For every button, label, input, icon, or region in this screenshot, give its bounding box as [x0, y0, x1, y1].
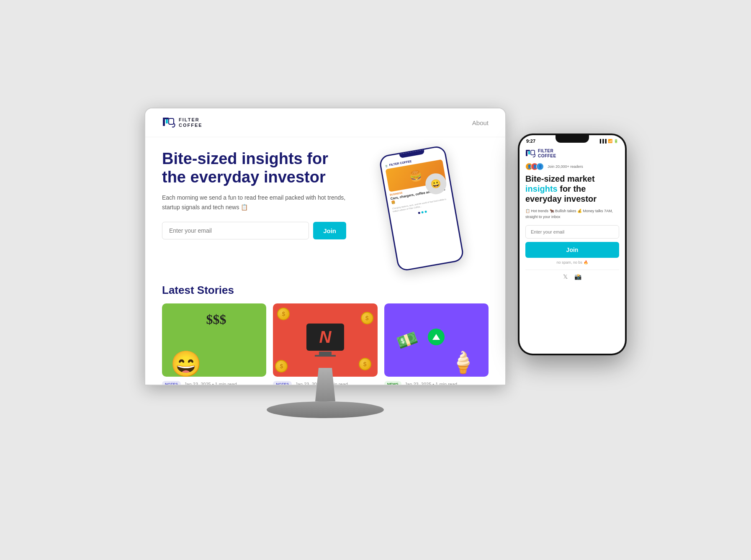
mobile-features: 📋 Hot trends 🐂 Bullish takes 💰 Money tal… — [525, 208, 619, 220]
status-icons: ▐▐▐ 📶 🔋 — [599, 139, 618, 143]
svg-rect-6 — [528, 151, 530, 154]
mobile-content: Filter Coffee 👤 👤 👤 Join 20,000+ readers — [520, 145, 625, 283]
nav-about-link[interactable]: About — [472, 119, 489, 126]
story-tag-2: NOTES — [273, 381, 292, 385]
hero-subtitle: Each morning we send a fun to read free … — [162, 193, 346, 212]
battery-icon: 🔋 — [614, 139, 618, 143]
mobile-join-button[interactable]: Join — [525, 242, 619, 258]
logo-line2: Coffee — [179, 123, 203, 128]
logo-text: Filter Coffee — [179, 117, 203, 128]
story-image-3: 💵 🍦 — [384, 303, 489, 377]
join-button[interactable]: Join — [313, 222, 346, 239]
hero-title: Bite-sized insights for the everyday inv… — [162, 150, 346, 186]
face-1: 😄 — [170, 339, 212, 377]
mobile-logo-line2: Coffee — [538, 154, 556, 159]
mobile-phone-inner: 9:27 ▐▐▐ 📶 🔋 — [520, 135, 625, 354]
story-meta-3: NEWS Jan 23, 2025 • 1 min read — [384, 381, 489, 385]
face-emoji-1: 😄 — [170, 352, 202, 377]
svg-rect-1 — [163, 118, 169, 119]
hero-right: 🍵 FILTER COFFEE 🍔 😀 BUSINESS Cars, charg… — [363, 150, 480, 267]
mobile-logo: Filter Coffee — [525, 149, 619, 159]
story-date-3: Jan 23, 2025 • 1 min read — [405, 382, 458, 385]
mini-phone-content: 🍵 FILTER COFFEE 🍔 😀 BUSINESS Cars, charg… — [381, 152, 455, 220]
story-card-3[interactable]: 💵 🍦 NEWS Jan 23, 2025 • 1 min read HUL i… — [384, 303, 489, 385]
hero-form: Join — [162, 222, 346, 239]
mobile-headline-highlight: insights — [525, 184, 558, 193]
arrow-up-icon — [428, 329, 445, 345]
mobile-headline-part1: Bite-sized market — [525, 174, 595, 183]
mobile-logo-line1: Filter — [538, 149, 556, 154]
svg-rect-0 — [163, 119, 165, 126]
dot-2 — [421, 211, 424, 213]
website: Filter Coffee About Bite-sized insights … — [145, 108, 505, 385]
netflix-display: N — [306, 324, 344, 357]
svg-rect-5 — [526, 150, 530, 151]
coin-4: $ — [359, 358, 371, 370]
hero-left: Bite-sized insights for the everyday inv… — [162, 150, 346, 267]
site-nav: Filter Coffee About — [145, 108, 505, 137]
mobile-notch — [556, 135, 589, 143]
mobile-headline: Bite-sized market insights for the every… — [525, 174, 619, 204]
mobile-email-input[interactable] — [525, 225, 619, 239]
signal-icon: ▐▐▐ — [599, 139, 607, 143]
monitor: Filter Coffee About Bite-sized insights … — [124, 108, 526, 435]
mobile-logo-icon — [525, 149, 535, 159]
logo-icon — [162, 116, 175, 129]
instagram-icon[interactable]: 📸 — [574, 273, 581, 280]
scene: Filter Coffee About Bite-sized insights … — [124, 108, 627, 452]
mini-phone-mockup: 🍵 FILTER COFFEE 🍔 😀 BUSINESS Cars, charg… — [378, 145, 465, 272]
coin-1: $ — [277, 308, 290, 320]
svg-rect-7 — [531, 150, 535, 155]
hero-section: Bite-sized insights for the everyday inv… — [145, 137, 505, 275]
mobile-logo-text: Filter Coffee — [538, 149, 556, 159]
avatar-3: 👤 — [536, 163, 544, 170]
dot-3 — [424, 211, 427, 213]
monitor-screen: Filter Coffee About Bite-sized insights … — [145, 108, 505, 385]
dot-1 — [418, 212, 420, 214]
mobile-social: 𝕏 📸 — [525, 273, 619, 280]
svg-rect-3 — [169, 118, 174, 124]
mobile-readers-badge: 👤 👤 👤 Join 20,000+ readers — [525, 163, 619, 170]
netflix-stand — [319, 352, 332, 355]
story-image-2: N $ $ $ $ — [273, 303, 377, 377]
coin-2: $ — [361, 312, 373, 324]
story-date-1: Jan 23, 2025 • 1 min read — [184, 382, 237, 385]
story-tag-3: NEWS — [384, 381, 401, 385]
mobile-no-spam: no spam, no bs 🔥 — [525, 260, 619, 265]
dollar-signs: $$$ — [206, 312, 226, 327]
logo: Filter Coffee — [162, 116, 203, 129]
story-meta-1: NOTES Jan 23, 2025 • 1 min read — [162, 381, 266, 385]
readers-avatars: 👤 👤 👤 — [525, 163, 542, 170]
email-input[interactable] — [162, 222, 309, 239]
netflix-monitor: N — [306, 324, 344, 351]
netflix-logo: N — [319, 328, 332, 347]
mobile-phone: 9:27 ▐▐▐ 📶 🔋 — [518, 134, 627, 355]
story-card-1[interactable]: $$$ 😄 NOTES Jan 23, 2025 • 1 min read Th… — [162, 303, 266, 385]
story-tag-1: NOTES — [162, 381, 181, 385]
money-hand: 💵 — [394, 327, 420, 353]
monitor-stand-base — [267, 401, 384, 418]
netflix-base — [315, 355, 336, 357]
readers-text: Join 20,000+ readers — [548, 164, 583, 169]
stories-title: Latest Stories — [162, 284, 489, 297]
logo-line1: Filter — [179, 117, 203, 123]
status-time: 9:27 — [526, 139, 535, 144]
svg-rect-4 — [526, 151, 527, 156]
story-image-1: $$$ 😄 — [162, 303, 266, 377]
wifi-icon: 📶 — [608, 139, 612, 143]
svg-rect-2 — [166, 119, 168, 123]
mobile-divider — [525, 270, 619, 270]
twitter-icon[interactable]: 𝕏 — [563, 273, 568, 280]
coin-3: $ — [275, 360, 288, 372]
ice-cream: 🍦 — [450, 350, 476, 375]
